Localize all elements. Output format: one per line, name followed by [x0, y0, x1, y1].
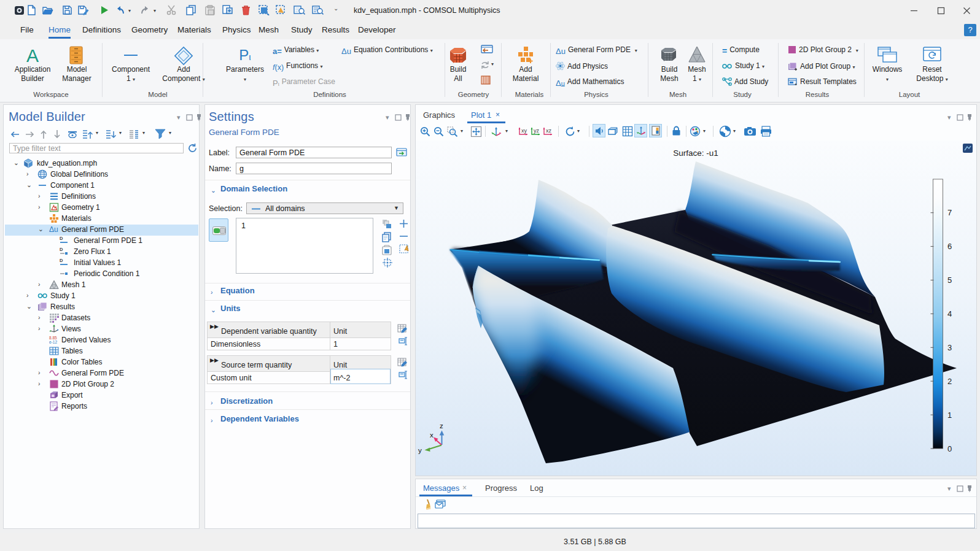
svg-text:4: 4	[947, 309, 952, 318]
svg-text:xz: xz	[546, 128, 552, 134]
svg-text:D: D	[60, 236, 63, 241]
svg-text:x: x	[430, 431, 434, 439]
svg-text:D: D	[60, 258, 63, 263]
svg-text:2: 2	[947, 377, 952, 386]
svg-text:xy: xy	[521, 128, 527, 134]
svg-text:D: D	[60, 247, 63, 252]
svg-text:3: 3	[947, 343, 952, 352]
svg-text:y: y	[418, 447, 422, 454]
svg-text:z: z	[440, 422, 443, 430]
svg-text:8.85: 8.85	[49, 336, 57, 340]
svg-text:1: 1	[947, 410, 952, 420]
svg-text:5: 5	[947, 276, 952, 285]
svg-text:Surface: -u1: Surface: -u1	[673, 148, 718, 158]
svg-text:yz: yz	[534, 128, 540, 134]
svg-text:7: 7	[947, 208, 952, 217]
svg-text:6: 6	[947, 242, 952, 251]
svg-text:e-12: e-12	[49, 340, 57, 344]
svg-text:0: 0	[947, 444, 952, 453]
